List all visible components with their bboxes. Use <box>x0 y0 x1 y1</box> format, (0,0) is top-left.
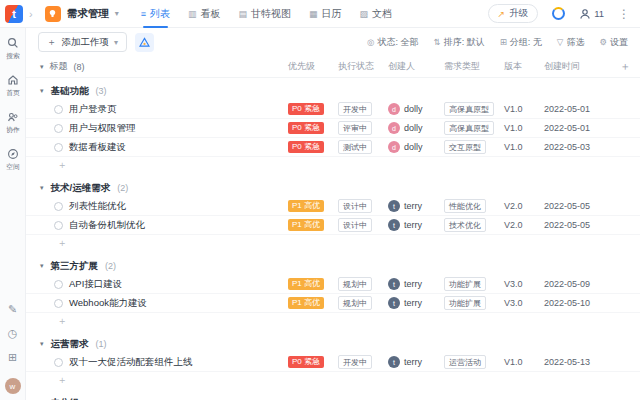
priority-badge[interactable]: P1 高优 <box>288 297 324 309</box>
table-row[interactable]: Webhook能力建设 P1 高优 规划中 tterry 功能扩展 V3.0 2… <box>26 294 640 313</box>
type-chip[interactable]: 运营活动 <box>444 355 486 369</box>
add-work-item-button[interactable]: ＋ 添加工作项 ▾ <box>38 32 127 52</box>
status-chip[interactable]: 评审中 <box>338 121 372 135</box>
group-caret-icon[interactable]: ▾ <box>40 87 44 95</box>
priority-badge[interactable]: P0 紧急 <box>288 356 324 368</box>
group-caret-icon[interactable]: ▾ <box>40 262 44 270</box>
task-title[interactable]: 列表性能优化 <box>69 200 126 213</box>
status-chip[interactable]: 设计中 <box>338 199 372 213</box>
user-avatar[interactable]: w <box>5 378 21 394</box>
creator-cell[interactable]: tterry <box>388 297 444 309</box>
table-row[interactable]: 双十一大促活动配套组件上线 P0 紧急 开发中 tterry 运营活动 V1.0… <box>26 353 640 372</box>
version-value[interactable]: V3.0 <box>504 279 544 289</box>
task-title[interactable]: 用户登录页 <box>69 103 117 116</box>
task-checkbox[interactable] <box>54 202 63 211</box>
table-row[interactable]: 列表性能优化 P1 高优 设计中 tterry 性能优化 V2.0 2022-0… <box>26 197 640 216</box>
priority-badge[interactable]: P0 紧急 <box>288 122 324 134</box>
group-caret-icon[interactable]: ▾ <box>40 184 44 192</box>
priority-badge[interactable]: P1 高优 <box>288 200 324 212</box>
group-header[interactable]: ▾ 第三方扩展 (2) <box>26 257 640 275</box>
creator-cell[interactable]: ddolly <box>388 103 444 115</box>
upgrade-button[interactable]: ↗ 升级 <box>488 4 539 23</box>
add-column-button[interactable]: ＋ <box>616 59 634 74</box>
version-value[interactable]: V1.0 <box>504 357 544 367</box>
add-row-button[interactable]: ＋ <box>26 372 640 388</box>
table-row[interactable]: 数据看板建设 P0 紧急 测试中 ddolly 交互原型 V1.0 2022-0… <box>26 138 640 157</box>
task-checkbox[interactable] <box>54 358 63 367</box>
version-value[interactable]: V3.0 <box>504 298 544 308</box>
sidebar-item-home[interactable]: 首页 <box>5 74 21 98</box>
tab-docs[interactable]: ▨ 文档 <box>360 0 393 28</box>
filter-filter[interactable]: ▽ 筛选 <box>557 36 585 49</box>
type-chip[interactable]: 高保真原型 <box>444 102 494 116</box>
filter-status[interactable]: ◎ 状态: 全部 <box>367 36 418 49</box>
feedback-pen-icon[interactable]: ✎ <box>8 304 17 315</box>
type-chip[interactable]: 性能优化 <box>444 199 486 213</box>
version-value[interactable]: V2.0 <box>504 220 544 230</box>
tab-list[interactable]: ≡ 列表 <box>141 0 170 28</box>
more-menu-icon[interactable]: ⋮ <box>618 7 630 21</box>
members-button[interactable]: 11 <box>579 8 604 20</box>
group-header[interactable]: ▾ 技术/运维需求 (2) <box>26 179 640 197</box>
status-chip[interactable]: 开发中 <box>338 102 372 116</box>
status-chip[interactable]: 测试中 <box>338 140 372 154</box>
table-row[interactable]: API接口建设 P1 高优 规划中 tterry 功能扩展 V3.0 2022-… <box>26 275 640 294</box>
priority-badge[interactable]: P0 紧急 <box>288 141 324 153</box>
tab-calendar[interactable]: ▦ 日历 <box>309 0 342 28</box>
version-value[interactable]: V1.0 <box>504 142 544 152</box>
filter-group[interactable]: ⊞ 分组: 无 <box>500 36 542 49</box>
task-checkbox[interactable] <box>54 124 63 133</box>
task-checkbox[interactable] <box>54 105 63 114</box>
status-chip[interactable]: 规划中 <box>338 296 372 310</box>
filter-sort[interactable]: ⇅ 排序: 默认 <box>434 36 485 49</box>
sidebar-item-search[interactable]: 搜索 <box>5 37 21 61</box>
priority-badge[interactable]: P1 高优 <box>288 219 324 231</box>
add-row-button[interactable]: ＋ <box>26 235 640 251</box>
help-icon[interactable] <box>552 7 565 20</box>
project-name[interactable]: 需求管理 <box>67 7 109 21</box>
status-chip[interactable]: 规划中 <box>338 277 372 291</box>
project-switch-caret-icon[interactable]: ▾ <box>115 9 119 18</box>
filter-settings[interactable]: ⚙ 设置 <box>599 36 628 49</box>
task-title[interactable]: Webhook能力建设 <box>69 297 147 310</box>
type-chip[interactable]: 交互原型 <box>444 140 486 154</box>
table-row[interactable]: 用户与权限管理 P0 紧急 评审中 ddolly 高保真原型 V1.0 2022… <box>26 119 640 138</box>
tab-board[interactable]: ▥ 看板 <box>188 0 221 28</box>
type-chip[interactable]: 功能扩展 <box>444 296 486 310</box>
task-checkbox[interactable] <box>54 221 63 230</box>
status-chip[interactable]: 开发中 <box>338 355 372 369</box>
task-title[interactable]: 自动备份机制优化 <box>69 219 145 232</box>
creator-cell[interactable]: tterry <box>388 219 444 231</box>
task-checkbox[interactable] <box>54 299 63 308</box>
add-row-button[interactable]: ＋ <box>26 313 640 329</box>
group-header[interactable]: ▾ 未分组 <box>26 394 640 400</box>
priority-badge[interactable]: P0 紧急 <box>288 103 324 115</box>
column-status[interactable]: 执行状态 <box>338 60 388 73</box>
app-logo-icon[interactable]: t <box>5 5 23 23</box>
sidebar-item-space[interactable]: 空间 <box>5 148 21 172</box>
type-chip[interactable]: 高保真原型 <box>444 121 494 135</box>
task-checkbox[interactable] <box>54 143 63 152</box>
column-priority[interactable]: 优先级 <box>288 60 338 73</box>
status-chip[interactable]: 设计中 <box>338 218 372 232</box>
table-row[interactable]: 自动备份机制优化 P1 高优 设计中 tterry 技术优化 V2.0 2022… <box>26 216 640 235</box>
tab-gantt[interactable]: ▤ 甘特视图 <box>238 0 291 28</box>
collapse-all-caret-icon[interactable]: ▾ <box>40 63 44 71</box>
sidebar-item-collab[interactable]: 协作 <box>5 111 21 135</box>
type-chip[interactable]: 功能扩展 <box>444 277 486 291</box>
creator-cell[interactable]: tterry <box>388 356 444 368</box>
creator-cell[interactable]: tterry <box>388 278 444 290</box>
column-version[interactable]: 版本 <box>504 60 544 73</box>
add-row-button[interactable]: ＋ <box>26 157 640 173</box>
table-row[interactable]: 用户登录页 P0 紧急 开发中 ddolly 高保真原型 V1.0 2022-0… <box>26 100 640 119</box>
creator-cell[interactable]: ddolly <box>388 122 444 134</box>
creator-cell[interactable]: ddolly <box>388 141 444 153</box>
apps-grid-icon[interactable]: ⊞ <box>8 352 17 363</box>
group-header[interactable]: ▾ 基础功能 (3) <box>26 82 640 100</box>
history-clock-icon[interactable]: ◷ <box>8 328 18 339</box>
creator-cell[interactable]: tterry <box>388 200 444 212</box>
version-value[interactable]: V2.0 <box>504 201 544 211</box>
task-title[interactable]: API接口建设 <box>69 278 122 291</box>
column-title[interactable]: 标题 <box>50 60 68 73</box>
group-caret-icon[interactable]: ▾ <box>40 340 44 348</box>
